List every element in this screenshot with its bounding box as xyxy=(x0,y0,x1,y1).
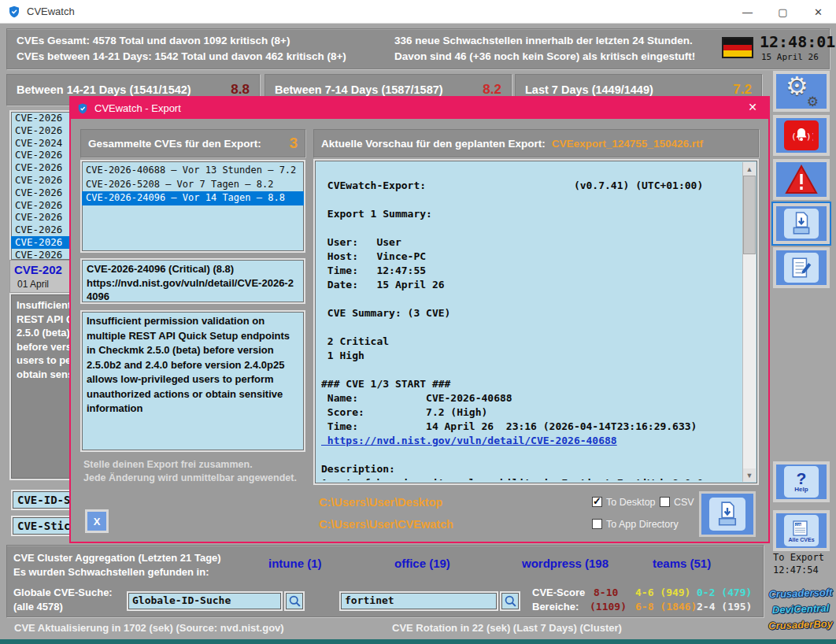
collected-cves-list[interactable]: CVE-2026-40688 – Vor 13 Stunden – 7.2CVE… xyxy=(80,160,305,253)
column-title: Between 14-21 Days (1541/1542) xyxy=(17,83,191,96)
to-export-label: To Export xyxy=(773,551,824,564)
help-label: Help xyxy=(794,486,808,493)
maximize-button[interactable]: ▢ xyxy=(765,0,801,24)
collected-cves-header: Gesammelte CVEs für den Export: 3 xyxy=(80,129,305,157)
checkbox-label: To Desktop xyxy=(606,497,656,508)
checkbox-box[interactable] xyxy=(592,497,602,507)
keyword-search-input[interactable]: fortinet xyxy=(339,591,498,611)
scroll-down-arrow[interactable]: ▼ xyxy=(743,468,756,482)
cluster-link-intune[interactable]: intune (1) xyxy=(268,557,322,570)
collected-cve-item[interactable]: CVE-2026-24096 – Vor 14 Tagen – 8.8 xyxy=(82,191,304,205)
collected-cves-count: 3 xyxy=(289,135,298,152)
column-score: 8.2 xyxy=(483,82,501,98)
collected-cve-item[interactable]: CVE-2026-40688 – Vor 13 Stunden – 7.2 xyxy=(82,164,304,178)
export-path-desktop: C:\Users\User\Desktop xyxy=(319,496,442,509)
export-dialog: CVEwatch - Export ✕ Gesammelte CVEs für … xyxy=(69,96,770,543)
search-icon xyxy=(288,594,301,608)
preview-line xyxy=(321,292,738,306)
svg-text:CVE: CVE xyxy=(796,523,802,526)
svg-text:)): )) xyxy=(806,131,813,142)
global-search-count: (alle 4578) xyxy=(13,601,63,613)
export-dialog-title: CVEwatch - Export xyxy=(94,102,181,114)
checkbox-box[interactable] xyxy=(592,519,602,529)
selected-cve-description-box: Insufficient permission validation on mu… xyxy=(80,310,305,452)
cluster-subtitle: Es wurden Schwachstellen gefunden in: xyxy=(13,566,209,578)
cluster-panel: CVE Cluster Aggregation (Letzten 21 Tage… xyxy=(6,545,764,617)
cluster-link-office[interactable]: office (19) xyxy=(394,557,450,570)
window-bottom-border xyxy=(0,639,836,644)
cluster-link-wordpress[interactable]: wordpress (198 xyxy=(522,557,609,570)
dialog-x-button[interactable]: X xyxy=(85,509,109,533)
search-icon xyxy=(504,594,517,608)
warning-triangle-icon xyxy=(785,165,818,194)
score-range-6-8: 6-8 (1846) xyxy=(635,601,697,613)
preview-line: Description: xyxy=(321,462,738,476)
preview-line xyxy=(321,221,738,235)
alert-line-2: Davon sind 46 (+36 noch kein Score) als … xyxy=(394,49,695,65)
export-preview-box: CVEwatch-Export: (v0.7.41) (UTC+01:00) E… xyxy=(313,159,759,485)
checkbox-to-app-directory[interactable]: To App Directory xyxy=(592,519,679,530)
cve-detail-date: 01 April xyxy=(17,279,49,290)
scrollbar-thumb[interactable] xyxy=(743,176,756,254)
checkbox-label: To App Directory xyxy=(606,519,679,530)
brand-logos: Crusadersoft DeviCentral CrusaderBoy xyxy=(768,586,833,633)
preview-line xyxy=(321,165,738,179)
global-id-search-input[interactable]: Globale-ID-Suche xyxy=(127,591,283,611)
preview-line: Score: 7.2 (High) xyxy=(321,405,738,420)
warning-button[interactable] xyxy=(773,159,830,200)
preview-link[interactable]: https://nvd.nist.gov/vuln/detail/CVE-202… xyxy=(321,434,738,448)
preview-line: A out-of-bounds write vulnerability in F… xyxy=(321,476,738,480)
logo-crusaderboy: CrusaderBoy xyxy=(768,616,834,635)
settings-button[interactable]: ⚙ ⚙ xyxy=(773,71,830,112)
cve-range-line: CVEs between 14-21 Days: 1542 Total und … xyxy=(17,49,346,65)
selected-cve-summary-box: CVE-2026-24096 (Critical) (8.8) https://… xyxy=(80,258,305,304)
status-rotation-countdown: CVE Rotation in 22 (sek) (Last 7 Days) (… xyxy=(392,622,622,634)
column-score: 8.8 xyxy=(231,82,250,98)
help-button[interactable]: ? Help xyxy=(773,461,830,502)
minimize-button[interactable]: — xyxy=(730,0,765,24)
export-hint-line-1: Stelle deinen Export frei zusammen. xyxy=(83,458,253,472)
cve-detail-title: CVE-202 xyxy=(14,263,62,276)
selected-cve-title: CVE-2026-24096 (Critical) (8.8) xyxy=(87,262,299,276)
checkbox-label: CSV xyxy=(674,497,694,508)
score-ranges-label-2: Bereiche: xyxy=(532,601,579,613)
score-range-2-4: 2-4 (195) xyxy=(697,601,752,613)
checkbox-csv[interactable]: CSV xyxy=(660,497,694,508)
clock-date: 15 April 26 xyxy=(761,52,819,62)
checkbox-box[interactable] xyxy=(660,497,670,507)
help-icon: ? Help xyxy=(784,466,819,498)
preview-line: CVEwatch-Export: (v0.7.41) (UTC+01:00) xyxy=(321,179,738,193)
dialog-shield-icon xyxy=(77,103,88,114)
column-title: Between 7-14 Days (1587/1587) xyxy=(275,83,443,96)
dialog-close-button[interactable]: ✕ xyxy=(745,101,760,113)
global-search-label: Globale CVE-Suche: xyxy=(13,587,113,598)
keyword-search-button[interactable] xyxy=(500,591,520,611)
cluster-link-teams[interactable]: teams (51) xyxy=(653,557,711,570)
column-title: Last 7 Days (1449/1449) xyxy=(525,83,653,96)
close-button[interactable]: ✕ xyxy=(801,0,836,24)
preview-title: Aktuelle Vorschau für den geplanten Expo… xyxy=(321,138,546,150)
score-range-4-6: 4-6 (949) xyxy=(635,587,690,598)
preview-scrollbar[interactable]: ▲ ▼ xyxy=(742,162,756,482)
scroll-up-arrow[interactable]: ▲ xyxy=(743,162,756,176)
preview-line: ### CVE 1/3 START ### xyxy=(321,377,738,391)
preview-line: CVE Summary: (3 CVE) xyxy=(321,306,738,320)
checkbox-to-desktop[interactable]: To Desktop xyxy=(592,497,656,508)
export-button-sidebar[interactable] xyxy=(773,203,830,244)
export-document-icon xyxy=(709,498,745,531)
run-export-button[interactable] xyxy=(699,491,756,537)
notes-button[interactable] xyxy=(773,247,830,288)
german-flag-icon xyxy=(722,37,753,58)
collected-cves-title: Gesammelte CVEs für den Export: xyxy=(88,138,261,150)
export-document-icon xyxy=(784,209,819,239)
all-cves-label: Alle CVEs xyxy=(788,537,814,542)
alarm-button[interactable]: (()) xyxy=(773,115,830,156)
export-dialog-titlebar: CVEwatch - Export ✕ xyxy=(71,98,768,119)
collected-cve-item[interactable]: CVE-2026-5208 – Vor 7 Tagen – 8.2 xyxy=(82,178,304,192)
export-hint-line-2: Jede Änderung wird unmittelbar angewende… xyxy=(83,472,297,485)
clock-time: 12:48:01 xyxy=(760,32,835,51)
score-range-8-10: 8-10 xyxy=(594,587,618,598)
all-cves-button[interactable]: CVE Alle CVEs xyxy=(773,510,830,551)
global-id-search-button[interactable] xyxy=(284,591,305,611)
window-titlebar: CVEwatch — ▢ ✕ xyxy=(0,0,836,24)
